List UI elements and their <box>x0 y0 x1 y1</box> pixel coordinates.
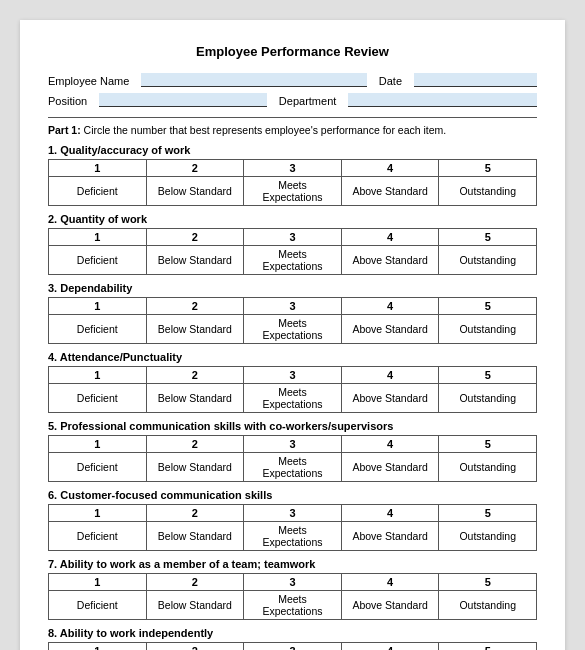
part-instruction: Part 1: Circle the number that best repr… <box>48 124 537 136</box>
rating-label: Meets Expectations <box>244 591 342 620</box>
rating-number[interactable]: 5 <box>439 505 537 522</box>
department-input[interactable] <box>348 93 537 107</box>
employee-name-row: Employee Name Date <box>48 73 537 87</box>
rating-number[interactable]: 2 <box>146 229 244 246</box>
rating-number[interactable]: 2 <box>146 298 244 315</box>
rating-label: Meets Expectations <box>244 453 342 482</box>
rating-number[interactable]: 3 <box>244 436 342 453</box>
rating-number[interactable]: 3 <box>244 505 342 522</box>
employee-name-input[interactable] <box>141 73 366 87</box>
category-title-2: 2. Quantity of work <box>48 213 537 225</box>
rating-number[interactable]: 5 <box>439 229 537 246</box>
rating-number[interactable]: 2 <box>146 436 244 453</box>
rating-labels-row: DeficientBelow StandardMeets Expectation… <box>49 522 537 551</box>
rating-label: Outstanding <box>439 453 537 482</box>
rating-number[interactable]: 2 <box>146 643 244 651</box>
rating-label: Below Standard <box>146 384 244 413</box>
rating-number[interactable]: 4 <box>341 298 439 315</box>
rating-number[interactable]: 1 <box>49 367 147 384</box>
category-title-6: 6. Customer-focused communication skills <box>48 489 537 501</box>
rating-label: Deficient <box>49 522 147 551</box>
position-row: Position Department <box>48 93 537 107</box>
category-title-1: 1. Quality/accuracy of work <box>48 144 537 156</box>
rating-numbers-row: 12345 <box>49 643 537 651</box>
rating-number[interactable]: 3 <box>244 298 342 315</box>
rating-number[interactable]: 1 <box>49 643 147 651</box>
rating-number[interactable]: 4 <box>341 574 439 591</box>
part-text: Circle the number that best represents e… <box>84 124 447 136</box>
rating-label: Outstanding <box>439 591 537 620</box>
rating-label: Above Standard <box>341 384 439 413</box>
rating-labels-row: DeficientBelow StandardMeets Expectation… <box>49 384 537 413</box>
rating-number[interactable]: 3 <box>244 643 342 651</box>
category-title-3: 3. Dependability <box>48 282 537 294</box>
rating-number[interactable]: 2 <box>146 505 244 522</box>
rating-label: Above Standard <box>341 522 439 551</box>
rating-label: Outstanding <box>439 246 537 275</box>
rating-label: Above Standard <box>341 591 439 620</box>
rating-number[interactable]: 1 <box>49 229 147 246</box>
fields-block: Employee Name Date Position Department <box>48 73 537 107</box>
rating-labels-row: DeficientBelow StandardMeets Expectation… <box>49 453 537 482</box>
rating-labels-row: DeficientBelow StandardMeets Expectation… <box>49 177 537 206</box>
rating-table-1: 12345DeficientBelow StandardMeets Expect… <box>48 159 537 206</box>
rating-number[interactable]: 2 <box>146 367 244 384</box>
rating-label: Below Standard <box>146 591 244 620</box>
rating-label: Above Standard <box>341 246 439 275</box>
rating-labels-row: DeficientBelow StandardMeets Expectation… <box>49 591 537 620</box>
category-title-7: 7. Ability to work as a member of a team… <box>48 558 537 570</box>
rating-table-5: 12345DeficientBelow StandardMeets Expect… <box>48 435 537 482</box>
rating-number[interactable]: 3 <box>244 160 342 177</box>
rating-number[interactable]: 3 <box>244 574 342 591</box>
rating-number[interactable]: 1 <box>49 436 147 453</box>
categories-container: 1. Quality/accuracy of work12345Deficien… <box>48 144 537 650</box>
rating-table-3: 12345DeficientBelow StandardMeets Expect… <box>48 297 537 344</box>
position-label: Position <box>48 95 87 107</box>
rating-number[interactable]: 5 <box>439 367 537 384</box>
rating-table-4: 12345DeficientBelow StandardMeets Expect… <box>48 366 537 413</box>
rating-label: Below Standard <box>146 453 244 482</box>
rating-table-8: 12345DeficientBelow StandardMeets Expect… <box>48 642 537 650</box>
rating-number[interactable]: 1 <box>49 505 147 522</box>
rating-number[interactable]: 1 <box>49 160 147 177</box>
rating-numbers-row: 12345 <box>49 436 537 453</box>
rating-number[interactable]: 1 <box>49 298 147 315</box>
rating-number[interactable]: 5 <box>439 643 537 651</box>
rating-number[interactable]: 2 <box>146 574 244 591</box>
rating-number[interactable]: 5 <box>439 298 537 315</box>
rating-number[interactable]: 2 <box>146 160 244 177</box>
rating-number[interactable]: 5 <box>439 160 537 177</box>
rating-label: Above Standard <box>341 315 439 344</box>
rating-number[interactable]: 4 <box>341 643 439 651</box>
department-label: Department <box>279 95 336 107</box>
rating-number[interactable]: 4 <box>341 160 439 177</box>
rating-label: Outstanding <box>439 384 537 413</box>
rating-label: Above Standard <box>341 177 439 206</box>
position-input[interactable] <box>99 93 267 107</box>
rating-numbers-row: 12345 <box>49 298 537 315</box>
category-title-8: 8. Ability to work independently <box>48 627 537 639</box>
rating-label: Below Standard <box>146 177 244 206</box>
rating-number[interactable]: 4 <box>341 436 439 453</box>
rating-number[interactable]: 4 <box>341 367 439 384</box>
rating-labels-row: DeficientBelow StandardMeets Expectation… <box>49 246 537 275</box>
rating-label: Deficient <box>49 177 147 206</box>
rating-number[interactable]: 5 <box>439 436 537 453</box>
rating-number[interactable]: 3 <box>244 367 342 384</box>
rating-table-6: 12345DeficientBelow StandardMeets Expect… <box>48 504 537 551</box>
rating-number[interactable]: 4 <box>341 229 439 246</box>
date-input[interactable] <box>414 73 537 87</box>
rating-label: Deficient <box>49 591 147 620</box>
rating-number[interactable]: 1 <box>49 574 147 591</box>
rating-label: Meets Expectations <box>244 177 342 206</box>
rating-labels-row: DeficientBelow StandardMeets Expectation… <box>49 315 537 344</box>
page: Employee Performance Review Employee Nam… <box>20 20 565 650</box>
rating-number[interactable]: 5 <box>439 574 537 591</box>
rating-label: Deficient <box>49 246 147 275</box>
rating-label: Meets Expectations <box>244 246 342 275</box>
rating-table-7: 12345DeficientBelow StandardMeets Expect… <box>48 573 537 620</box>
rating-number[interactable]: 4 <box>341 505 439 522</box>
divider <box>48 117 537 118</box>
employee-name-label: Employee Name <box>48 75 129 87</box>
rating-number[interactable]: 3 <box>244 229 342 246</box>
